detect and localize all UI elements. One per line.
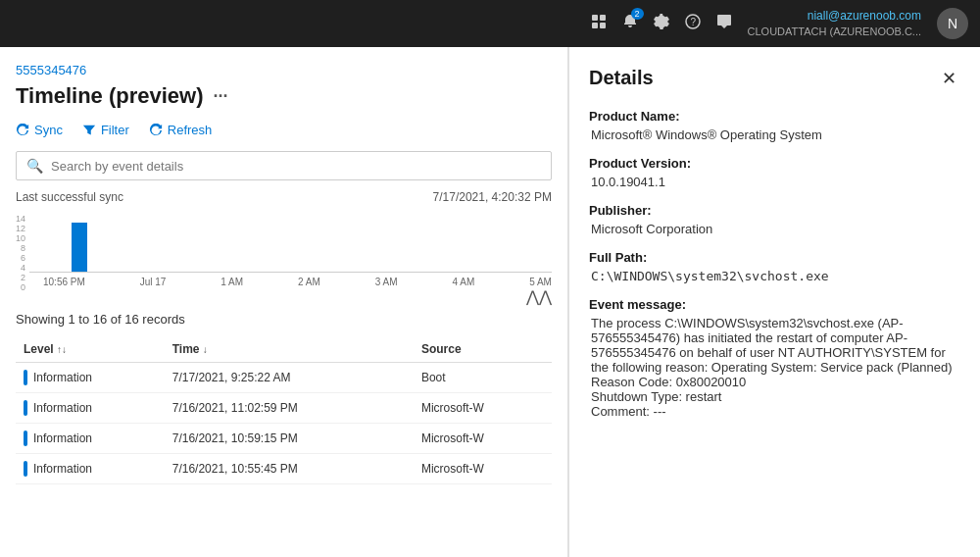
svg-rect-1 <box>600 15 606 21</box>
device-link[interactable]: 5555345476 <box>16 63 552 77</box>
chart-inner <box>29 214 552 273</box>
avatar[interactable]: N <box>937 8 968 39</box>
records-info: Showing 1 to 16 of 16 records <box>16 312 552 327</box>
level-text: Information <box>33 401 92 415</box>
chart-y-axis: 14 12 10 8 6 4 2 0 <box>16 214 25 273</box>
close-button[interactable]: ✕ <box>938 68 960 89</box>
svg-rect-2 <box>592 23 598 28</box>
sync-info: Last successful sync 7/17/2021, 4:20:32 … <box>16 190 552 204</box>
detail-label-1: Product Version: <box>589 156 960 171</box>
bell-icon[interactable]: 2 <box>622 14 638 33</box>
detail-value-1: 10.0.19041.1 <box>589 175 960 189</box>
help-icon[interactable]: ? <box>685 14 701 33</box>
toolbar: Sync Filter Refresh <box>16 123 552 137</box>
detail-value-2: Microsoft Corporation <box>589 222 960 236</box>
feedback-icon[interactable] <box>716 14 732 33</box>
cell-level: Information <box>16 363 165 393</box>
level-indicator-bar <box>24 430 27 446</box>
notification-badge: 2 <box>631 8 644 20</box>
settings-icon[interactable] <box>654 14 669 33</box>
search-icon: 🔍 <box>26 158 43 174</box>
sync-info-value: 7/17/2021, 4:20:32 PM <box>433 190 552 204</box>
details-header: Details ✕ <box>589 67 960 89</box>
topbar: 2 ? niall@azurenoob.com CLOUDATTACH (AZU… <box>0 0 980 47</box>
detail-field-3: Full Path: C:\WINDOWS\system32\svchost.e… <box>589 250 960 283</box>
left-panel: 5555345476 Timeline (preview) ··· Sync F… <box>0 47 568 557</box>
detail-field-4: Event message: The process C:\WINDOWS\sy… <box>589 297 960 419</box>
user-tenant: CLOUDATTACH (AZURENOOB.C... <box>748 25 921 39</box>
col-level[interactable]: Level ↑↓ <box>16 336 165 363</box>
cell-source: Microsoft-W <box>414 454 552 484</box>
cell-level: Information <box>16 424 165 454</box>
table-row[interactable]: Information 7/16/2021, 11:02:59 PM Micro… <box>16 393 552 424</box>
detail-label-4: Event message: <box>589 297 960 312</box>
col-source[interactable]: Source <box>414 336 552 363</box>
level-text: Information <box>33 371 92 384</box>
records-table: Level ↑↓ Time ↓ Source Information 7/17/… <box>16 336 552 484</box>
detail-label-3: Full Path: <box>589 250 960 265</box>
cell-source: Boot <box>414 363 552 393</box>
cell-time: 7/17/2021, 9:25:22 AM <box>165 363 414 393</box>
detail-value-0: Microsoft® Windows® Operating System <box>589 127 960 142</box>
filter-button[interactable]: Filter <box>82 123 129 137</box>
chart-x-labels: 10:56 PM Jul 17 1 AM 2 AM 3 AM 4 AM 5 AM <box>16 277 552 287</box>
detail-label-2: Publisher: <box>589 203 960 218</box>
user-email: niall@azurenoob.com <box>748 8 921 25</box>
details-panel: Details ✕ Product Name: Microsoft® Windo… <box>568 47 980 557</box>
collapse-icon[interactable]: ⋀⋀ <box>526 288 552 305</box>
table-row[interactable]: Information 7/16/2021, 10:55:45 PM Micro… <box>16 454 552 484</box>
cell-level: Information <box>16 393 165 424</box>
level-indicator-bar <box>24 461 27 477</box>
chart-container: 14 12 10 8 6 4 2 0 <box>16 214 552 273</box>
level-text: Information <box>33 462 92 476</box>
cell-source: Microsoft-W <box>414 424 552 454</box>
detail-field-0: Product Name: Microsoft® Windows® Operat… <box>589 109 960 142</box>
detail-label-0: Product Name: <box>589 109 960 124</box>
level-text: Information <box>33 431 92 445</box>
cell-time: 7/16/2021, 10:55:45 PM <box>165 454 414 484</box>
detail-value-3: C:\WINDOWS\system32\svchost.exe <box>589 269 960 283</box>
svg-rect-0 <box>592 15 598 21</box>
table-row[interactable]: Information 7/16/2021, 10:59:15 PM Micro… <box>16 424 552 454</box>
cell-level: Information <box>16 454 165 484</box>
col-time[interactable]: Time ↓ <box>165 336 414 363</box>
title-more-icon[interactable]: ··· <box>214 86 228 107</box>
table-header-row: Level ↑↓ Time ↓ Source <box>16 336 552 363</box>
table-row[interactable]: Information 7/17/2021, 9:25:22 AM Boot <box>16 363 552 393</box>
cell-time: 7/16/2021, 10:59:15 PM <box>165 424 414 454</box>
cell-time: 7/16/2021, 11:02:59 PM <box>165 393 414 424</box>
sync-button[interactable]: Sync <box>16 123 63 137</box>
level-indicator-bar <box>24 400 27 416</box>
svg-text:?: ? <box>690 17 696 27</box>
detail-field-1: Product Version: 10.0.19041.1 <box>589 156 960 189</box>
level-indicator-bar <box>24 370 27 385</box>
details-title: Details <box>589 67 654 89</box>
search-box: 🔍 <box>16 151 552 180</box>
cell-source: Microsoft-W <box>414 393 552 424</box>
search-input[interactable] <box>51 159 541 174</box>
detail-value-4: The process C:\WINDOWS\system32\svchost.… <box>589 316 960 419</box>
sync-info-label: Last successful sync <box>16 190 123 204</box>
records-table-container: Level ↑↓ Time ↓ Source Information 7/17/… <box>16 336 552 484</box>
user-info: niall@azurenoob.com CLOUDATTACH (AZURENO… <box>748 8 921 39</box>
page-title: Timeline (preview) ··· <box>16 83 552 109</box>
chart-bar-1 <box>72 223 87 272</box>
detail-field-2: Publisher: Microsoft Corporation <box>589 203 960 236</box>
main-area: 5555345476 Timeline (preview) ··· Sync F… <box>0 47 980 557</box>
detail-fields: Product Name: Microsoft® Windows® Operat… <box>589 109 960 419</box>
portal-icon[interactable] <box>591 14 607 33</box>
table-body: Information 7/17/2021, 9:25:22 AM Boot I… <box>16 363 552 484</box>
svg-rect-3 <box>600 23 606 28</box>
collapse-controls: ⋀⋀ <box>16 287 552 306</box>
refresh-button[interactable]: Refresh <box>149 123 213 137</box>
